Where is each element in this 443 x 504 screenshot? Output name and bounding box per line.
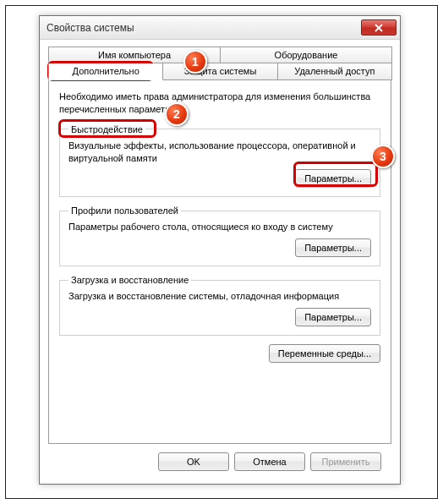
- environment-variables-button[interactable]: Переменные среды...: [269, 344, 380, 363]
- tab-system-protection[interactable]: Защита системы: [162, 63, 277, 80]
- group-user-profiles-legend: Профили пользователей: [68, 205, 181, 216]
- group-user-profiles: Профили пользователей Параметры рабочего…: [59, 205, 380, 266]
- tab-remote[interactable]: Удаленный доступ: [277, 63, 392, 80]
- close-button[interactable]: [361, 19, 397, 36]
- performance-settings-button[interactable]: Параметры...: [295, 169, 371, 188]
- group-performance-desc: Визуальные эффекты, использование процес…: [68, 140, 371, 165]
- tab-content-advanced: Необходимо иметь права администратора дл…: [48, 80, 391, 444]
- startup-recovery-settings-button[interactable]: Параметры...: [295, 308, 371, 326]
- group-startup-recovery-legend: Загрузка и восстановление: [68, 275, 191, 285]
- user-profiles-settings-button[interactable]: Параметры...: [295, 238, 371, 257]
- group-startup-recovery-desc: Загрузка и восстановление системы, отлад…: [68, 290, 371, 303]
- dialog-button-row: OK Отмена Применить: [48, 444, 391, 471]
- admin-rights-note: Необходимо иметь права администратора дл…: [59, 90, 380, 116]
- group-startup-recovery: Загрузка и восстановление Загрузка и вос…: [59, 275, 380, 336]
- system-properties-window: Свойства системы Имя компьютера Оборудов…: [39, 15, 401, 485]
- window-body: Имя компьютера Оборудование Дополнительн…: [40, 40, 400, 479]
- titlebar: Свойства системы: [40, 16, 400, 40]
- ok-button[interactable]: OK: [158, 452, 229, 471]
- group-performance-legend: Быстродействие: [68, 124, 145, 134]
- close-icon: [375, 24, 383, 32]
- window-title: Свойства системы: [46, 22, 134, 34]
- tab-advanced[interactable]: Дополнительно: [48, 63, 163, 80]
- apply-button[interactable]: Применить: [310, 452, 381, 471]
- group-user-profiles-desc: Параметры рабочего стола, относящиеся ко…: [68, 221, 371, 233]
- tab-strip: Имя компьютера Оборудование Дополнительн…: [48, 47, 391, 80]
- group-performance: Быстродействие Визуальные эффекты, испол…: [59, 124, 380, 198]
- cancel-button[interactable]: Отмена: [234, 452, 305, 471]
- tab-hardware[interactable]: Оборудование: [220, 47, 392, 63]
- tab-computer-name[interactable]: Имя компьютера: [48, 47, 221, 63]
